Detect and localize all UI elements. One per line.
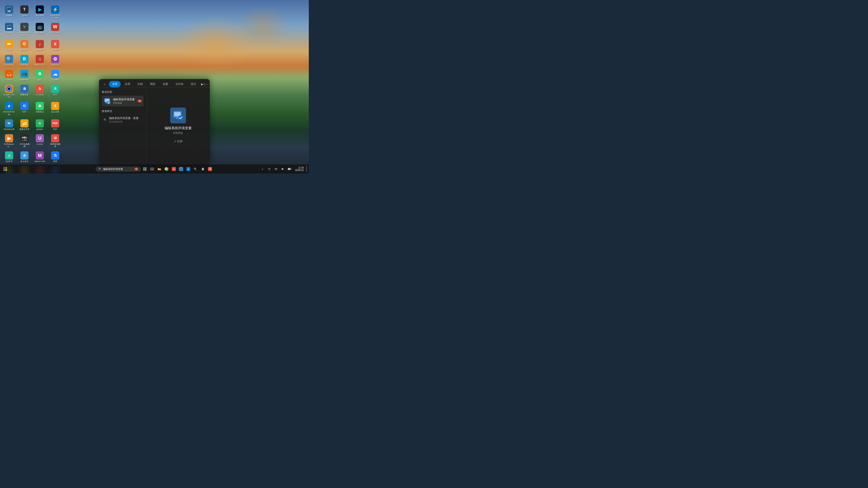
search-popup: ← 全部 应用 文档 网页 设置 文件夹 照片 ▶ | ··· 最佳匹配 bbox=[99, 79, 210, 164]
desktop-icon-edge[interactable]: e Microsoft Edge bbox=[2, 101, 16, 117]
tray-wifi-icon[interactable] bbox=[273, 166, 279, 172]
desktop-icon-qqmusic[interactable]: ♬ QQ音乐 bbox=[2, 151, 16, 164]
desktop-icon-screenshot[interactable]: 📸 今日头条截图 bbox=[18, 133, 31, 149]
taskbar-left bbox=[2, 166, 8, 172]
tray-icons: ∧ 中 bbox=[259, 166, 293, 172]
taskbar-search2-icon[interactable]: 🔍 bbox=[192, 166, 199, 172]
play-button[interactable]: ▶ bbox=[201, 81, 204, 88]
clock-time: 12:26 bbox=[298, 166, 304, 169]
desktop-icon-thunder[interactable]: 迅 迅雷 bbox=[49, 151, 62, 164]
desktop-icon-jinshanmeeting[interactable]: 会 金山会议 bbox=[18, 151, 31, 164]
taskbar-edge-icon[interactable]: e bbox=[185, 166, 191, 172]
tab-photos[interactable]: 照片 bbox=[188, 81, 199, 88]
web-arrow-icon: › bbox=[141, 119, 142, 121]
tab-web[interactable]: 网页 bbox=[147, 81, 159, 88]
desktop-icon-chrome[interactable]: ● Google Chrome bbox=[2, 84, 16, 99]
search-tabs: ← 全部 应用 文档 网页 设置 文件夹 照片 ▶ | ··· bbox=[99, 79, 210, 88]
tray-battery-icon[interactable] bbox=[286, 166, 293, 172]
desktop-icon-winmenu[interactable]: W WinManu38 bbox=[2, 119, 16, 131]
more-button[interactable]: ··· bbox=[206, 81, 209, 88]
taskbar-app6-icon[interactable]: 📹 bbox=[178, 166, 184, 172]
desktop-icon-quickaccess[interactable]: ⚙ 快速访问 bbox=[49, 54, 62, 67]
desktop-icon-typora[interactable]: T Typora bbox=[18, 4, 31, 20]
svg-rect-11 bbox=[5, 167, 7, 169]
taskbar-search-bar[interactable]: 🔍 编辑系统环境变量 1 bbox=[96, 166, 141, 172]
tray-chevron-icon[interactable]: ∧ bbox=[259, 166, 266, 172]
svg-rect-22 bbox=[288, 168, 290, 170]
svg-rect-15 bbox=[145, 167, 147, 169]
show-desktop-button[interactable] bbox=[306, 166, 307, 172]
tab-docs[interactable]: 文档 bbox=[134, 81, 146, 88]
desktop-icon-wechat[interactable]: 微 微信 bbox=[33, 69, 46, 82]
start-button[interactable] bbox=[2, 166, 8, 172]
desktop-icon-toutiao[interactable]: 头 今日头条 bbox=[33, 84, 46, 99]
desktop-icon-mycomputer[interactable]: 💻 此电脑 bbox=[2, 22, 16, 37]
taskbar: 🔍 编辑系统环境变量 1 bbox=[0, 164, 309, 173]
desktop-icon-geekxe[interactable]: G geekxe bbox=[33, 119, 46, 131]
desktop-icon-vmware[interactable]: V VMware Worksta... bbox=[18, 22, 31, 37]
search-left-panel: 最佳匹配 编辑系统环境变量 控制面板 bbox=[99, 88, 147, 164]
desktop-icon-baiduyun[interactable]: ☁ 百度网盘 bbox=[49, 69, 62, 82]
tray-speaker-icon[interactable] bbox=[280, 166, 286, 172]
desktop-icon-bilibili2[interactable]: 📺 哔哩哔哩 bbox=[18, 69, 31, 82]
desktop-icon-tencent-video2[interactable]: 📺 腾讯视频 bbox=[33, 22, 46, 37]
tab-settings[interactable]: 设置 bbox=[160, 81, 171, 88]
svg-rect-16 bbox=[143, 169, 145, 170]
desktop-icon-youdao[interactable]: 译 网易有道翻译 bbox=[49, 133, 62, 149]
search-right-panel: 编辑系统环境变量 控制面板 ↗ 打开 bbox=[147, 88, 210, 164]
desktop-icon-netease[interactable]: ♫ 网易云音乐 bbox=[33, 54, 46, 67]
taskbar-youdao-icon[interactable]: 译 bbox=[207, 166, 213, 172]
desktop-icon-xmind[interactable]: X Xmind bbox=[49, 39, 62, 52]
taskbar-desktop-icon[interactable] bbox=[149, 166, 155, 172]
desktop-icon-potplayer[interactable]: ▶ PotPlayanc6... bbox=[2, 133, 16, 149]
desktop-icon-ustory[interactable]: U U.story bbox=[33, 133, 46, 149]
match-subtitle: 控制面板 bbox=[113, 101, 135, 105]
taskbar-folder-icon[interactable] bbox=[156, 166, 162, 172]
svg-rect-21 bbox=[291, 168, 291, 169]
desktop-icon-drawio[interactable]: ✏ draw.io bbox=[2, 39, 16, 52]
svg-rect-10 bbox=[3, 167, 5, 169]
desktop-icon-vscode[interactable]: ⚡ Visual Studio Code bbox=[49, 4, 62, 20]
tab-folders[interactable]: 文件夹 bbox=[172, 81, 187, 88]
separator-button[interactable]: | bbox=[204, 81, 205, 88]
taskbar-multiview-icon[interactable] bbox=[142, 166, 148, 172]
best-match-item[interactable]: 编辑系统环境变量 控制面板 2 bbox=[102, 96, 144, 106]
web-item[interactable]: 🔍 编辑系统环境变量 - 查看 更多搜索结果 › bbox=[102, 115, 144, 125]
search-badge: 1 bbox=[134, 168, 138, 170]
desktop-icon-jinshan[interactable]: 文 金山文档 bbox=[49, 101, 62, 117]
taskbar-chrome-icon[interactable] bbox=[163, 166, 170, 172]
clock[interactable]: 12:26 2024/1/2 bbox=[294, 166, 305, 172]
desktop-icon-dingding[interactable]: 钉 钉钉 bbox=[18, 101, 31, 117]
desktop-icon-everything[interactable]: 🔍 Everything bbox=[2, 54, 16, 67]
match-title: 编辑系统环境变量 bbox=[113, 98, 135, 101]
right-open-button[interactable]: ↗ 打开 bbox=[172, 138, 185, 145]
taskbar-app5-icon[interactable]: S bbox=[170, 166, 177, 172]
desktop-icon-tencent-video[interactable]: ▶ 腾讯视频 bbox=[33, 4, 46, 20]
desktop-icon-wps[interactable]: W WPS Office bbox=[49, 22, 62, 37]
taskbar-center: 🔍 编辑系统环境变量 1 bbox=[96, 166, 213, 172]
tray-ime-icon[interactable]: 中 bbox=[266, 166, 272, 172]
desktop-icon-computer[interactable]: 🖥️ 电脑城 bbox=[2, 4, 16, 20]
desktop-icon-guanjia[interactable]: 盾 电脑管家 bbox=[18, 84, 31, 99]
svg-rect-19 bbox=[151, 168, 153, 170]
desktop-icon-newfolder[interactable]: 📁 新建文件夹 bbox=[18, 119, 31, 131]
search-body: 最佳匹配 编辑系统环境变量 控制面板 bbox=[99, 88, 210, 164]
right-app-subtitle: 控制面板 bbox=[173, 131, 183, 135]
desktop-icon-tianshou[interactable]: 天 天手 bbox=[49, 84, 62, 99]
taskbar-app8-icon[interactable]: 📋 bbox=[199, 166, 206, 172]
desktop-icon-bilibili[interactable]: B 哔哩哔哩 bbox=[18, 54, 31, 67]
desktop: 🖥️ 电脑城 T Typora ▶ 腾讯视频 ⚡ Visual Studio C… bbox=[0, 2, 64, 173]
match-icon bbox=[103, 97, 111, 105]
tab-apps[interactable]: 应用 bbox=[122, 81, 133, 88]
tab-all[interactable]: 全部 bbox=[109, 81, 121, 88]
desktop-icon-maono[interactable]: M Maono Link bbox=[33, 151, 46, 164]
desktop-icon-neteasemusic[interactable]: ♪ 网速音乐 bbox=[33, 39, 46, 52]
desktop-icon-yxby[interactable]: 象 印象笔记 bbox=[33, 101, 46, 117]
desktop-icon-aliwangwang[interactable]: 旺 阿里旺旺 bbox=[18, 39, 31, 52]
desktop-icon-firefox[interactable]: 🦊 Firefox bbox=[2, 69, 16, 82]
desktop-icon-pdf[interactable]: PDF PDF bbox=[49, 119, 62, 131]
svg-rect-17 bbox=[145, 169, 147, 170]
web-item-subtitle: 更多搜索结果 bbox=[109, 120, 139, 123]
back-button[interactable]: ← bbox=[102, 81, 108, 88]
open-label: 打开 bbox=[177, 140, 183, 143]
